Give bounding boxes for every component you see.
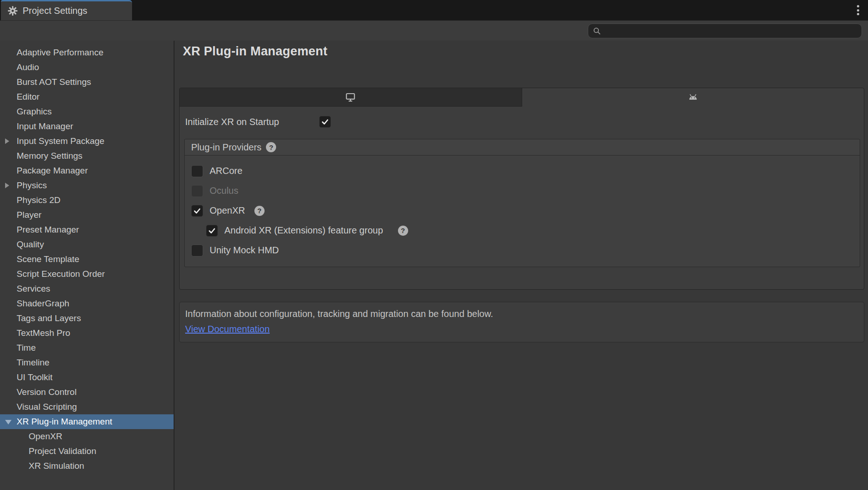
settings-toolbar <box>0 20 868 41</box>
provider-row-arcore: ARCore <box>191 161 860 181</box>
sidebar-item-time[interactable]: Time <box>0 341 174 355</box>
info-text: Information about configuration, trackin… <box>185 309 864 319</box>
help-icon[interactable] <box>398 226 408 236</box>
search-icon <box>593 27 601 35</box>
sidebar-item-input-system-package[interactable]: Input System Package <box>0 134 174 149</box>
sidebar-item-editor[interactable]: Editor <box>0 90 174 104</box>
tab-title: Project Settings <box>23 6 87 16</box>
project-settings-window: Project Settings Adaptive Performance Au… <box>0 0 868 490</box>
plugin-providers-box: Plug-in Providers ARCore Oculu <box>184 139 860 267</box>
documentation-info-box: Information about configuration, trackin… <box>179 302 864 342</box>
sidebar-item-input-manager[interactable]: Input Manager <box>0 119 174 134</box>
android-xr-extensions-checkbox[interactable] <box>206 225 218 237</box>
sidebar-item-version-control[interactable]: Version Control <box>0 385 174 400</box>
provider-row-openxr: OpenXR <box>191 201 860 221</box>
oculus-checkbox <box>191 185 203 197</box>
sidebar-item-xr-plugin-management[interactable]: XR Plug-in Management <box>0 414 174 429</box>
initialize-xr-row: Initialize XR on Startup <box>185 116 864 128</box>
sidebar-item-tags-and-layers[interactable]: Tags and Layers <box>0 311 174 326</box>
sidebar-item-package-manager[interactable]: Package Manager <box>0 163 174 178</box>
help-icon[interactable] <box>254 206 265 216</box>
checkmark-icon <box>321 118 329 126</box>
sidebar-item-ui-toolkit[interactable]: UI Toolkit <box>0 370 174 385</box>
sidebar-item-scene-template[interactable]: Scene Template <box>0 252 174 267</box>
foldout-expanded-icon[interactable] <box>5 420 12 424</box>
sidebar-item-memory-settings[interactable]: Memory Settings <box>0 149 174 163</box>
arcore-checkbox[interactable] <box>191 165 203 177</box>
sidebar-item-openxr[interactable]: OpenXR <box>0 429 174 444</box>
plugin-providers-title: Plug-in Providers <box>191 142 261 153</box>
openxr-checkbox[interactable] <box>191 205 203 217</box>
platform-tab-strip <box>180 88 864 107</box>
sidebar-item-adaptive-performance[interactable]: Adaptive Performance <box>0 45 174 60</box>
plugin-providers-list: ARCore Oculus OpenXR <box>185 155 860 260</box>
help-icon[interactable] <box>266 142 276 152</box>
search-input[interactable] <box>601 26 857 36</box>
provider-row-unity-mock-hmd: Unity Mock HMD <box>191 240 860 260</box>
checkmark-icon <box>193 207 201 215</box>
sidebar-item-preset-manager[interactable]: Preset Manager <box>0 222 174 237</box>
window-titlebar: Project Settings <box>0 0 868 20</box>
xr-management-panel: Initialize XR on Startup Plug-in Provide… <box>179 88 864 290</box>
sidebar-item-project-validation[interactable]: Project Validation <box>0 444 174 459</box>
gear-icon <box>7 6 18 16</box>
sidebar-item-shadergraph[interactable]: ShaderGraph <box>0 296 174 311</box>
initialize-xr-checkbox[interactable] <box>319 116 331 128</box>
provider-row-android-xr-extensions: Android XR (Extensions) feature group <box>191 221 860 240</box>
sidebar-item-player[interactable]: Player <box>0 208 174 222</box>
tab-platform-android[interactable] <box>522 88 864 107</box>
provider-row-oculus: Oculus <box>191 181 860 201</box>
sidebar-item-burst-aot-settings[interactable]: Burst AOT Settings <box>0 75 174 90</box>
window-menu-kebab-icon[interactable] <box>857 5 860 15</box>
settings-category-list: Adaptive Performance Audio Burst AOT Set… <box>0 41 175 490</box>
sidebar-item-services[interactable]: Services <box>0 281 174 296</box>
sidebar-item-quality[interactable]: Quality <box>0 237 174 252</box>
sidebar-item-xr-simulation[interactable]: XR Simulation <box>0 459 174 473</box>
settings-detail-pane: XR Plug-in Management <box>175 41 868 490</box>
android-icon <box>687 91 699 103</box>
foldout-collapsed-icon[interactable] <box>5 138 9 144</box>
search-field[interactable] <box>588 24 862 38</box>
sidebar-item-physics[interactable]: Physics <box>0 178 174 193</box>
sidebar-item-visual-scripting[interactable]: Visual Scripting <box>0 400 174 414</box>
sidebar-item-timeline[interactable]: Timeline <box>0 355 174 370</box>
sidebar-item-physics-2d[interactable]: Physics 2D <box>0 193 174 208</box>
monitor-icon <box>344 91 356 103</box>
tab-project-settings[interactable]: Project Settings <box>1 0 132 20</box>
unity-mock-hmd-checkbox[interactable] <box>191 245 203 257</box>
initialize-xr-label: Initialize XR on Startup <box>185 117 319 127</box>
view-documentation-link[interactable]: View Documentation <box>185 324 270 335</box>
sidebar-item-audio[interactable]: Audio <box>0 60 174 75</box>
checkmark-icon <box>208 227 216 235</box>
page-title: XR Plug-in Management <box>183 44 327 59</box>
tab-platform-desktop[interactable] <box>180 88 522 107</box>
plugin-providers-header: Plug-in Providers <box>185 139 860 155</box>
sidebar-item-graphics[interactable]: Graphics <box>0 104 174 119</box>
sidebar-item-script-execution-order[interactable]: Script Execution Order <box>0 267 174 281</box>
foldout-collapsed-icon[interactable] <box>5 183 9 188</box>
sidebar-item-textmesh-pro[interactable]: TextMesh Pro <box>0 326 174 341</box>
